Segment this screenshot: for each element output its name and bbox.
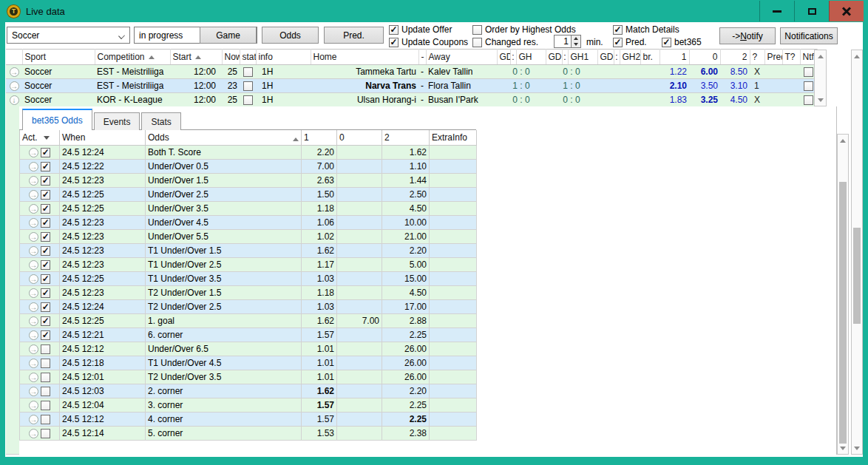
- header-gh2[interactable]: GH2: [620, 50, 640, 65]
- odds-row[interactable]: ✓24.5 12:23T1 Under/Over 1.51.622.20: [20, 243, 477, 257]
- match-row[interactable]: Soccer KOR - K-League 12:00 25 1H Ulsan …: [6, 93, 817, 107]
- matches-scrollbar[interactable]: [814, 50, 827, 106]
- stats-checkbox[interactable]: [243, 67, 253, 77]
- arrow-right-circle-icon[interactable]: [29, 288, 38, 298]
- odds-row[interactable]: ✓24.5 12:24T2 Under/Over 2.51.0317.00: [20, 299, 477, 313]
- ntf-checkbox[interactable]: [804, 81, 813, 91]
- update-offer-checkbox[interactable]: ✓: [389, 25, 399, 35]
- active-checkbox[interactable]: ✓: [41, 302, 50, 312]
- minutes-input[interactable]: 1: [554, 35, 572, 48]
- odds-row[interactable]: 24.5 12:043. corner1.572.25: [20, 398, 477, 412]
- header-competition[interactable]: Competition: [95, 50, 170, 65]
- header-br[interactable]: br.: [640, 50, 660, 65]
- notifications-button[interactable]: Notifications: [780, 27, 838, 44]
- arrow-right-circle-icon[interactable]: [29, 232, 38, 242]
- outer-scrollbar[interactable]: [851, 50, 863, 455]
- odds-row[interactable]: 24.5 12:12Under/Over 6.51.0126.00: [20, 342, 477, 356]
- active-checkbox[interactable]: ✓: [41, 176, 50, 186]
- active-checkbox[interactable]: [41, 429, 50, 438]
- odds-row[interactable]: ✓24.5 12:25Under/Over 3.51.184.50: [20, 201, 477, 215]
- sport-select[interactable]: Soccer: [7, 27, 130, 44]
- odds-row[interactable]: 24.5 12:18T1 Under/Over 4.51.0126.00: [20, 356, 477, 370]
- header-gh[interactable]: GH: [516, 50, 546, 65]
- arrow-right-circle-icon[interactable]: [29, 415, 38, 424]
- arrow-right-circle-icon[interactable]: [29, 359, 38, 368]
- header-start[interactable]: Start: [170, 50, 222, 65]
- active-checkbox[interactable]: ✓: [41, 190, 50, 200]
- odds-row[interactable]: ✓24.5 12:23Under/Over 5.51.0221.00: [20, 229, 477, 243]
- active-checkbox[interactable]: ✓: [41, 330, 50, 340]
- match-details-option[interactable]: ✓ Match Details: [613, 24, 679, 35]
- arrow-right-circle-icon[interactable]: [29, 190, 38, 200]
- arrow-right-circle-icon[interactable]: [29, 274, 38, 284]
- update-coupons-checkbox[interactable]: ✓: [389, 38, 399, 47]
- changed-res-checkbox[interactable]: [472, 38, 482, 47]
- header-tip[interactable]: ?: [750, 50, 764, 65]
- spin-up-button[interactable]: [572, 35, 580, 41]
- odds-row[interactable]: 24.5 12:01T2 Under/Over 3.51.0126.00: [20, 370, 477, 384]
- odds-row[interactable]: ✓24.5 12:25T1 Under/Over 3.51.0315.00: [20, 271, 477, 285]
- header-info[interactable]: info: [256, 50, 311, 65]
- order-by-highest-odds-option[interactable]: Order by Highest Odds: [472, 24, 576, 35]
- header-odds-2[interactable]: 2: [382, 130, 430, 145]
- header-odds-1[interactable]: 1: [302, 130, 337, 145]
- header-odds-0[interactable]: 0: [689, 50, 720, 65]
- active-checkbox[interactable]: [41, 387, 50, 396]
- scroll-up-button[interactable]: [852, 51, 861, 61]
- active-checkbox[interactable]: [41, 344, 50, 354]
- header-gd[interactable]: GD: [497, 50, 510, 65]
- header-home[interactable]: Home: [311, 50, 418, 65]
- header-odds[interactable]: Odds: [146, 130, 302, 145]
- update-coupons-option[interactable]: ✓ Update Coupons: [389, 36, 468, 48]
- arrow-right-circle-icon[interactable]: [29, 316, 38, 326]
- game-button[interactable]: Game: [200, 27, 257, 44]
- header-stats[interactable]: stats: [240, 50, 256, 65]
- bet365-option[interactable]: ✓ bet365: [662, 36, 702, 48]
- active-checkbox[interactable]: ✓: [41, 204, 50, 214]
- active-checkbox[interactable]: ✓: [41, 316, 50, 326]
- active-checkbox[interactable]: ✓: [41, 260, 50, 270]
- update-offer-option[interactable]: ✓ Update Offer: [389, 24, 452, 35]
- maximize-button[interactable]: [794, 1, 829, 21]
- tab-stats[interactable]: Stats: [141, 112, 180, 130]
- scrollbar-thumb[interactable]: [853, 228, 861, 324]
- odds-row[interactable]: 24.5 12:124. corner1.572.25: [20, 412, 477, 426]
- active-checkbox[interactable]: ✓: [41, 218, 50, 228]
- arrow-right-circle-icon[interactable]: [29, 429, 38, 438]
- scroll-down-button[interactable]: [838, 443, 847, 453]
- pred-checkbox[interactable]: ✓: [613, 38, 623, 47]
- arrow-right-circle-icon[interactable]: [29, 204, 38, 214]
- scroll-up-button[interactable]: [838, 135, 847, 146]
- arrow-right-circle-icon[interactable]: [29, 373, 38, 382]
- arrow-right-circle-icon[interactable]: [29, 260, 38, 270]
- changed-res-option[interactable]: Changed res.: [472, 36, 538, 48]
- active-checkbox[interactable]: [41, 401, 50, 410]
- tab-bet365-odds[interactable]: bet365 Odds: [22, 109, 92, 130]
- header-t[interactable]: T?: [782, 50, 800, 65]
- scroll-up-button[interactable]: [816, 51, 825, 61]
- active-checkbox[interactable]: ✓: [41, 246, 50, 256]
- odds-row[interactable]: ✓24.5 12:23T1 Under/Over 2.51.175.00: [20, 257, 477, 271]
- odds-row[interactable]: 24.5 12:032. corner1.622.20: [20, 384, 477, 398]
- header-when[interactable]: When: [60, 130, 146, 145]
- scroll-down-button[interactable]: [852, 443, 861, 453]
- header-gh1[interactable]: GH1: [568, 50, 597, 65]
- spin-down-button[interactable]: [572, 41, 580, 47]
- active-checkbox[interactable]: ✓: [41, 232, 50, 242]
- active-checkbox[interactable]: [41, 373, 50, 382]
- arrow-right-circle-icon[interactable]: [29, 344, 38, 354]
- odds-row[interactable]: ✓24.5 12:251. goal1.627.002.88: [20, 313, 477, 327]
- odds-row[interactable]: ✓24.5 12:23Under/Over 1.52.631.44: [20, 173, 477, 187]
- filter-dropdown-icon[interactable]: [44, 136, 50, 140]
- odds-row[interactable]: ✓24.5 12:23T2 Under/Over 1.51.184.50: [20, 285, 477, 299]
- scroll-down-button[interactable]: [816, 95, 825, 105]
- scrollbar-thumb[interactable]: [839, 182, 847, 444]
- arrow-right-circle-icon[interactable]: [10, 81, 19, 91]
- tab-events[interactable]: Events: [94, 112, 140, 130]
- header-gd2[interactable]: GD2: [597, 50, 614, 65]
- pred-button[interactable]: Pred.: [324, 27, 384, 44]
- active-checkbox[interactable]: [41, 415, 50, 424]
- header-odds-1[interactable]: 1: [660, 50, 689, 65]
- arrow-right-circle-icon[interactable]: [29, 246, 38, 256]
- order-by-highest-odds-checkbox[interactable]: [472, 25, 482, 35]
